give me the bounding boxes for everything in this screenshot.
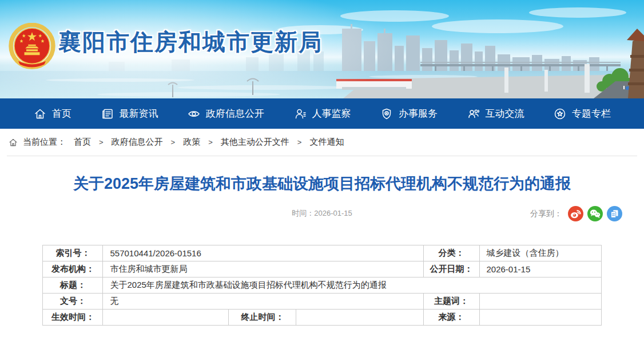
meta-effective-label: 生效时间：: [43, 310, 103, 326]
breadcrumb-divider: [7, 156, 637, 156]
breadcrumb-separator: >: [99, 138, 104, 146]
nav-item-label: 人事监察: [312, 107, 351, 120]
breadcrumb-home-icon: [8, 137, 18, 148]
table-row: 标题： 关于2025年房屋建筑和市政基础设施项目招标代理机构不规范行为的通报: [43, 277, 601, 294]
main-nav: 首页 最新资讯 政府信息公开 人事监察 办事服务 互动交流 专题专栏: [0, 98, 644, 129]
breadcrumb-link-other-docs[interactable]: 其他主动公开文件: [221, 137, 289, 148]
copy-share-icon[interactable]: [607, 206, 622, 221]
nav-item-interaction[interactable]: 互动交流: [467, 107, 524, 121]
meta-pubdate-value: 2026-01-15: [479, 261, 601, 277]
page-title: 关于2025年房屋建筑和市政基础设施项目招标代理机构不规范行为的通报: [23, 173, 621, 194]
meta-index-label: 索引号：: [43, 245, 103, 261]
publish-time-value: 2026-01-15: [314, 209, 352, 217]
nav-item-label: 首页: [52, 107, 71, 120]
nav-item-label: 政府信息公开: [206, 107, 264, 120]
meta-docno-label: 文号：: [43, 294, 103, 310]
wechat-share-icon[interactable]: [587, 206, 603, 221]
breadcrumb-separator: >: [297, 138, 302, 146]
meta-agency-label: 发布机构：: [43, 261, 103, 277]
breadcrumb: 当前位置： 首页 > 政府信息公开 > 政策 > 其他主动公开文件 > 文件通知: [0, 129, 644, 156]
meta-agency-value: 市住房和城市更新局: [103, 261, 423, 277]
meta-pubdate-label: 公开日期：: [423, 261, 479, 277]
national-emblem: [8, 23, 56, 71]
table-row: 索引号： 557010441/2026-01516 分类： 城乡建设（含住房）: [43, 245, 601, 261]
weibo-share-icon[interactable]: [568, 206, 583, 221]
home-icon: [33, 107, 47, 121]
site-title[interactable]: 襄阳市住房和城市更新局: [58, 26, 323, 58]
table-row: 生效时间： 终止时间： 来源：: [43, 310, 601, 326]
eye-icon: [187, 107, 201, 121]
table-row: 发布机构： 市住房和城市更新局 公开日期： 2026-01-15: [43, 261, 601, 277]
meta-docno-value: 无: [103, 294, 423, 310]
nav-item-services[interactable]: 办事服务: [380, 107, 438, 121]
star-icon: [553, 107, 567, 121]
breadcrumb-link-file-notice[interactable]: 文件通知: [309, 137, 344, 148]
breadcrumb-separator: >: [171, 138, 176, 146]
nav-item-label: 最新资讯: [120, 107, 158, 120]
table-row: 文号： 无 主题词：: [43, 294, 601, 310]
meta-title-value: 关于2025年房屋建筑和市政基础设施项目招标代理机构不规范行为的通报: [103, 277, 601, 294]
article-meta-row: 时间：2026-01-15 分享到：: [0, 205, 644, 221]
meta-expiry-value: [296, 310, 423, 326]
shield-icon: [380, 107, 393, 121]
breadcrumb-link-policy[interactable]: 政策: [183, 137, 200, 148]
publish-time-label: 时间：: [292, 209, 314, 217]
meta-keywords-value: [479, 294, 601, 310]
breadcrumb-link-gov-info[interactable]: 政府信息公开: [112, 137, 163, 148]
nav-item-home[interactable]: 首页: [33, 107, 71, 121]
meta-effective-value: [103, 310, 229, 326]
meta-category-value: 城乡建设（含住房）: [479, 245, 601, 261]
share-label: 分享到：: [530, 205, 562, 221]
doc-meta-table: 索引号： 557010441/2026-01516 分类： 城乡建设（含住房） …: [42, 245, 601, 326]
site-banner: 襄阳市住房和城市更新局: [0, 0, 644, 98]
nav-item-label: 专题专栏: [572, 107, 611, 120]
nav-item-news[interactable]: 最新资讯: [101, 107, 158, 121]
news-icon: [101, 107, 114, 121]
nav-item-label: 办事服务: [399, 107, 438, 120]
meta-index-value: 557010441/2026-01516: [103, 245, 423, 261]
nav-item-gov-info[interactable]: 政府信息公开: [187, 107, 264, 121]
breadcrumb-separator: >: [208, 138, 213, 146]
meta-source-label: 来源：: [423, 310, 479, 326]
meta-source-value: [479, 310, 601, 326]
meta-keywords-label: 主题词：: [423, 294, 479, 310]
share-bar: 分享到：: [530, 205, 622, 221]
people-chat-icon: [467, 107, 480, 121]
person-icon: [293, 107, 307, 121]
meta-expiry-label: 终止时间：: [229, 310, 296, 326]
meta-title-label: 标题：: [43, 277, 103, 294]
nav-item-personnel[interactable]: 人事监察: [293, 107, 351, 121]
nav-item-special[interactable]: 专题专栏: [553, 107, 611, 121]
nav-item-label: 互动交流: [486, 107, 524, 120]
meta-category-label: 分类：: [423, 245, 479, 261]
breadcrumb-link-home[interactable]: 首页: [74, 137, 91, 148]
breadcrumb-label: 当前位置：: [23, 137, 66, 148]
